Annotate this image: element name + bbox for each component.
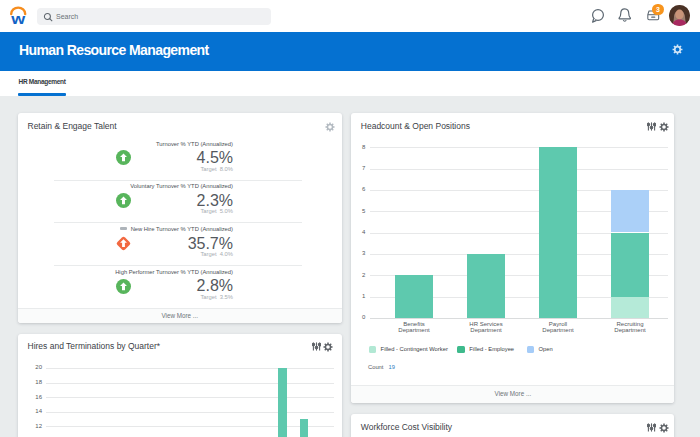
svg-text:w: w [10,11,26,26]
